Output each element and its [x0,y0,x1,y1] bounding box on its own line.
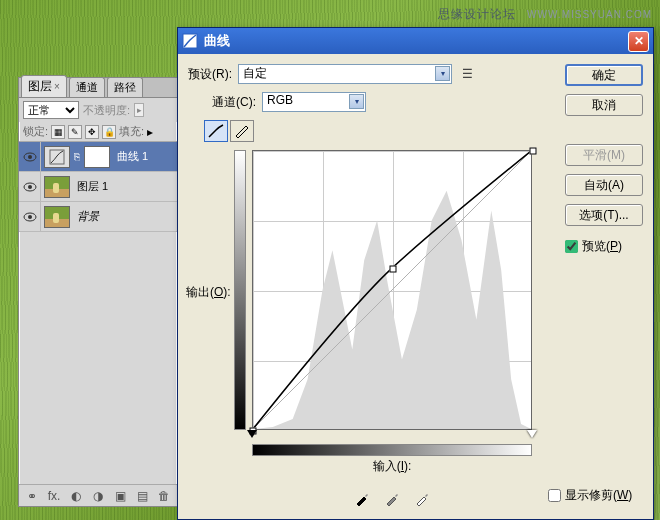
chevron-down-icon: ▾ [435,66,450,81]
preview-checkbox[interactable]: 预览(P) [565,238,643,255]
curve-line [253,151,531,429]
dialog-right-column: 确定 取消 平滑(M) 自动(A) 选项(T)... 预览(P) [565,64,643,255]
opacity-label: 不透明度: [83,103,130,118]
lock-all-icon[interactable]: 🔒 [102,125,116,139]
smooth-button[interactable]: 平滑(M) [565,144,643,166]
fill-label: 填充: [119,124,144,139]
chevron-down-icon: ▾ [349,94,364,109]
tab-layers[interactable]: 图层× [21,75,67,97]
layer-name: 图层 1 [77,179,108,194]
preset-select[interactable]: 自定 ▾ [238,64,452,84]
curve-tool-button[interactable] [204,120,228,142]
layer-item-curves[interactable]: ⎘ 曲线 1 [19,142,177,172]
layers-lock-row: 锁定: ▦ ✎ ✥ 🔒 填充: ▸ [19,122,177,142]
svg-point-4 [28,185,32,189]
layers-bottom-toolbar: ⚭ fx. ◐ ◑ ▣ ▤ 🗑 [19,484,177,506]
lock-pixels-icon[interactable]: ✎ [68,125,82,139]
input-gradient [252,444,532,456]
layers-tabs: 图层× 通道 路径 [19,78,177,98]
cancel-button[interactable]: 取消 [565,94,643,116]
titlebar[interactable]: 曲线 ✕ [178,28,653,54]
auto-button[interactable]: 自动(A) [565,174,643,196]
visibility-toggle[interactable] [19,172,41,201]
show-clipping-checkbox[interactable]: 显示修剪(W) [548,487,632,504]
gray-eyedropper-icon[interactable] [382,489,402,509]
opacity-arrow[interactable]: ▸ [134,103,144,117]
mask-thumb [84,146,110,168]
layer-thumb [44,176,70,198]
preset-menu-icon[interactable]: ☰ [458,65,476,83]
close-icon[interactable]: × [54,81,60,92]
svg-line-8 [253,151,531,429]
curve-point[interactable] [390,266,397,273]
output-label: 输出(O): [186,284,231,301]
mask-icon[interactable]: ◐ [69,489,83,503]
black-eyedropper-icon[interactable] [352,489,372,509]
tab-paths[interactable]: 路径 [107,77,143,97]
close-button[interactable]: ✕ [628,31,649,52]
svg-point-6 [28,215,32,219]
eyedropper-row [252,489,532,509]
tab-channels[interactable]: 通道 [69,77,105,97]
folder-icon[interactable]: ▣ [113,489,127,503]
dialog-title: 曲线 [204,32,628,50]
new-layer-icon[interactable]: ▤ [135,489,149,503]
options-button[interactable]: 选项(T)... [565,204,643,226]
watermark: 思缘设计论坛 WWW.MISSYUAN.COM [438,6,652,23]
curve-grid[interactable] [252,150,532,430]
white-eyedropper-icon[interactable] [412,489,432,509]
visibility-toggle[interactable] [19,142,41,171]
watermark-text: 思缘设计论坛 [438,7,516,21]
visibility-toggle[interactable] [19,202,41,231]
fill-arrow[interactable]: ▸ [147,125,153,139]
trash-icon[interactable]: 🗑 [157,489,171,503]
watermark-site: WWW.MISSYUAN.COM [527,9,652,20]
black-point-slider[interactable] [247,430,257,438]
pencil-tool-button[interactable] [230,120,254,142]
curves-dialog: 曲线 ✕ 预设(R): 自定 ▾ ☰ 通道(C): RGB ▾ 输出(O): [177,27,654,520]
curve-point[interactable] [530,148,537,155]
output-gradient [234,150,246,430]
input-sliders [252,430,532,440]
layers-panel: 图层× 通道 路径 正常 不透明度: ▸ 锁定: ▦ ✎ ✥ 🔒 填充: ▸ ⎘… [18,77,178,507]
fx-icon[interactable]: fx. [47,489,61,503]
link-layers-icon[interactable]: ⚭ [25,489,39,503]
link-icon: ⎘ [73,151,81,162]
blend-mode-select[interactable]: 正常 [23,101,79,119]
layers-blend-row: 正常 不透明度: ▸ [19,98,177,122]
lock-position-icon[interactable]: ✥ [85,125,99,139]
lock-transparent-icon[interactable]: ▦ [51,125,65,139]
svg-point-1 [28,155,32,159]
channel-select[interactable]: RGB ▾ [262,92,366,112]
white-point-slider[interactable] [527,430,537,438]
channel-label: 通道(C): [212,94,256,111]
adjustment-icon[interactable]: ◑ [91,489,105,503]
input-label: 输入(I): [252,458,532,475]
layer-name: 曲线 1 [117,149,148,164]
dialog-icon [182,33,198,49]
layer-thumb [44,206,70,228]
preset-label: 预设(R): [188,66,232,83]
layer-name: 背景 [77,209,99,224]
ok-button[interactable]: 确定 [565,64,643,86]
adjustment-thumb [44,146,70,168]
layer-item-bg[interactable]: 背景 [19,202,177,232]
layer-item-1[interactable]: 图层 1 [19,172,177,202]
lock-label: 锁定: [23,124,48,139]
